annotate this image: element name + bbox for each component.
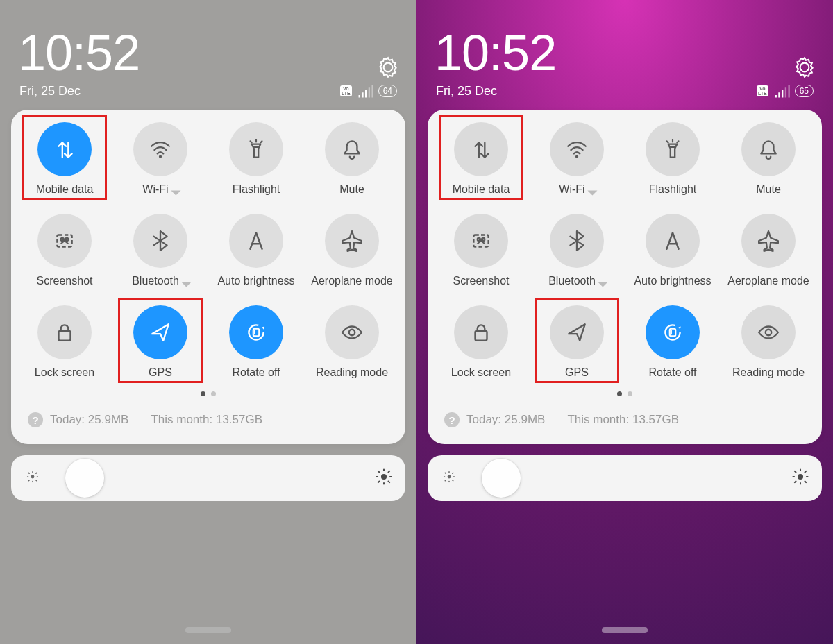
screenshot-icon	[37, 214, 92, 268]
qs-tile-label: Auto brightness	[634, 275, 711, 287]
brightness-high-icon	[791, 468, 809, 489]
qs-tile-label: GPS	[565, 366, 589, 379]
qs-tile-label: Aeroplane mode	[727, 275, 809, 287]
flashlight-icon	[646, 122, 700, 176]
drag-handle[interactable]	[602, 627, 648, 633]
qs-tile-reading[interactable]: Reading mode	[721, 305, 816, 379]
brightness-slider[interactable]	[428, 455, 822, 501]
info-icon: ?	[28, 412, 43, 427]
signal-icon	[773, 82, 791, 100]
qs-tile-lock-screen[interactable]: Lock screen	[433, 305, 529, 379]
qs-tile-mute[interactable]: Mute	[721, 122, 816, 196]
navigate-icon	[550, 305, 604, 359]
data-icon	[37, 122, 92, 176]
bell-icon	[325, 122, 379, 176]
brightness-high-icon	[375, 468, 393, 489]
dropdown-indicator-icon	[587, 185, 597, 195]
qs-tile-label: Screenshot	[37, 275, 93, 287]
page-dot	[211, 391, 216, 396]
page-indicator[interactable]	[17, 379, 400, 402]
qs-tile-label: Rotate off	[232, 366, 280, 379]
lock-icon	[37, 305, 92, 359]
volte-icon: VoLTE	[757, 85, 768, 96]
qs-tile-rotate[interactable]: Rotate off	[625, 305, 721, 379]
qs-tile-label: Reading mode	[316, 366, 388, 379]
lock-icon	[454, 305, 508, 359]
screenshot-icon	[454, 214, 508, 268]
page-dot	[628, 391, 632, 396]
qs-tile-flashlight[interactable]: Flashlight	[625, 122, 721, 196]
signal-icon	[356, 82, 374, 100]
qs-tile-wifi[interactable]: Wi-Fi	[112, 122, 208, 196]
quick-settings-card: Mobile data Wi-Fi Flashlight	[428, 110, 822, 444]
qs-tile-mute[interactable]: Mute	[304, 122, 400, 196]
qs-tile-gps[interactable]: GPS	[112, 305, 208, 379]
qs-tile-label: GPS	[149, 366, 172, 379]
usage-today: Today: 25.9MB	[50, 413, 128, 427]
eye-icon	[741, 305, 796, 359]
battery-indicator: 64	[378, 85, 397, 97]
clock-time: 10:52	[435, 28, 556, 78]
usage-month: This month: 13.57GB	[567, 413, 679, 427]
wifi-icon	[550, 122, 604, 176]
bell-icon	[741, 122, 796, 176]
page-dot	[201, 391, 205, 396]
rotate-icon	[229, 305, 283, 359]
dropdown-indicator-icon	[171, 185, 180, 195]
qs-tile-label: Rotate off	[648, 366, 696, 379]
page-indicator[interactable]	[433, 379, 816, 402]
settings-button[interactable]	[376, 56, 398, 78]
volte-icon: VoLTE	[340, 85, 352, 96]
qs-tile-rotate[interactable]: Rotate off	[208, 305, 304, 379]
status-bar-top: 10:52	[428, 0, 822, 78]
qs-tile-aeroplane[interactable]: Aeroplane mode	[721, 214, 816, 287]
clock-time: 10:52	[18, 28, 140, 78]
qs-tile-label: Mobile data	[36, 183, 94, 196]
qs-tile-label: Reading mode	[732, 366, 805, 379]
qs-tile-reading[interactable]: Reading mode	[304, 305, 400, 379]
drag-handle[interactable]	[185, 627, 231, 633]
qs-tile-label: Lock screen	[451, 366, 511, 379]
status-icons: VoLTE 65	[757, 82, 814, 100]
wifi-icon	[133, 122, 187, 176]
usage-month: This month: 13.57GB	[151, 413, 262, 427]
flashlight-icon	[229, 122, 283, 176]
page-dot	[617, 391, 622, 396]
brightness-knob[interactable]	[482, 459, 521, 498]
bluetooth-icon	[133, 214, 187, 268]
qs-tile-label: Lock screen	[35, 366, 94, 379]
data-usage-row[interactable]: ? Today: 25.9MB This month: 13.57GB	[433, 402, 816, 437]
qs-tile-auto-brightness[interactable]: Auto brightness	[208, 214, 304, 287]
info-icon: ?	[444, 412, 460, 427]
settings-button[interactable]	[793, 56, 815, 78]
qs-tile-bluetooth[interactable]: Bluetooth	[529, 214, 625, 287]
qs-tile-gps[interactable]: GPS	[529, 305, 625, 379]
qs-tile-mobile-data[interactable]: Mobile data	[17, 122, 112, 196]
qs-tile-screenshot[interactable]: Screenshot	[433, 214, 529, 287]
qs-tile-mobile-data[interactable]: Mobile data	[433, 122, 529, 196]
qs-tile-label: Mute	[339, 183, 364, 196]
qs-tile-wifi[interactable]: Wi-Fi	[529, 122, 625, 196]
rotate-icon	[646, 305, 700, 359]
brightness-slider[interactable]	[11, 455, 405, 501]
qs-tile-label: Bluetooth	[132, 275, 189, 287]
date-label: Fri, 25 Dec	[19, 84, 81, 99]
qs-tile-flashlight[interactable]: Flashlight	[208, 122, 304, 196]
plane-icon	[325, 214, 379, 268]
qs-tile-label: Auto brightness	[217, 275, 294, 287]
qs-tile-lock-screen[interactable]: Lock screen	[17, 305, 112, 379]
qs-tile-label: Aeroplane mode	[311, 275, 392, 287]
eye-icon	[325, 305, 379, 359]
letter-a-icon	[229, 214, 283, 268]
qs-tile-screenshot[interactable]: Screenshot	[17, 214, 112, 287]
data-usage-row[interactable]: ? Today: 25.9MB This month: 13.57GB	[17, 402, 400, 437]
bluetooth-icon	[550, 214, 604, 268]
qs-tile-aeroplane[interactable]: Aeroplane mode	[304, 214, 400, 287]
qs-tile-label: Mobile data	[453, 183, 510, 196]
qs-tile-auto-brightness[interactable]: Auto brightness	[625, 214, 721, 287]
qs-tile-bluetooth[interactable]: Bluetooth	[112, 214, 208, 287]
brightness-knob[interactable]	[65, 459, 104, 498]
quick-settings-panel: 10:52 Fri, 25 Dec VoLTE 65 Mobile data	[416, 0, 833, 644]
data-icon	[454, 122, 508, 176]
date-label: Fri, 25 Dec	[436, 84, 497, 99]
